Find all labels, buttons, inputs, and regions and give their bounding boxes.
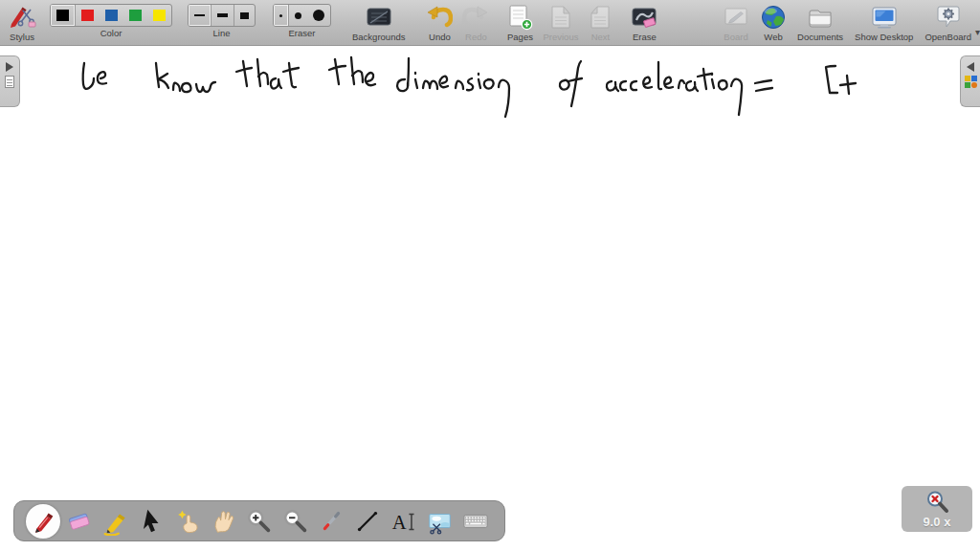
virtual-keyboard-tool-button[interactable] bbox=[458, 504, 493, 539]
interact-tool-button[interactable] bbox=[170, 504, 205, 539]
left-drawer-tab[interactable] bbox=[0, 55, 20, 107]
line-label: Line bbox=[213, 28, 231, 38]
line-icon bbox=[353, 507, 382, 536]
color-label: Color bbox=[100, 28, 122, 38]
stylus-label: Stylus bbox=[10, 32, 34, 42]
tool-dock: A bbox=[13, 500, 505, 541]
documents-label: Documents bbox=[797, 32, 843, 42]
pages-label: Pages bbox=[507, 32, 533, 42]
web-globe-icon bbox=[761, 4, 786, 31]
cursor-arrow-icon bbox=[137, 507, 166, 536]
pen-icon bbox=[29, 507, 57, 536]
eraser-label: Eraser bbox=[289, 28, 316, 38]
previous-page-button[interactable]: Previous bbox=[543, 0, 578, 42]
whiteboard-canvas[interactable] bbox=[0, 46, 980, 551]
zoom-indicator[interactable]: 9.0 x bbox=[902, 486, 972, 532]
expand-left-icon bbox=[967, 62, 974, 72]
line-medium[interactable] bbox=[212, 5, 234, 26]
erase-label: Erase bbox=[633, 32, 657, 42]
eraser-large[interactable] bbox=[307, 5, 330, 26]
line-options-row bbox=[188, 4, 256, 27]
web-button[interactable]: Web bbox=[761, 0, 786, 42]
next-page-icon bbox=[588, 4, 612, 31]
redo-label: Redo bbox=[465, 32, 487, 42]
undo-label: Undo bbox=[429, 32, 451, 42]
svg-text:A: A bbox=[391, 511, 406, 532]
zoom-value: 9.0 x bbox=[924, 516, 951, 528]
openboard-menu-button[interactable]: OpenBoard bbox=[924, 0, 971, 42]
stylus-icon bbox=[8, 4, 36, 31]
capture-icon bbox=[425, 507, 454, 536]
openboard-menu-caret-icon[interactable]: ▾ bbox=[973, 27, 980, 45]
zoom-in-tool-button[interactable] bbox=[242, 504, 277, 539]
color-group: Color bbox=[50, 0, 172, 38]
pages-icon bbox=[506, 4, 533, 31]
board-label: Board bbox=[724, 32, 747, 42]
top-toolbar: Stylus Color Line Eraser bbox=[0, 0, 980, 46]
pages-button[interactable]: Pages bbox=[506, 0, 533, 42]
redo-icon bbox=[462, 4, 489, 31]
documents-folder-icon bbox=[806, 4, 835, 31]
documents-button[interactable]: Documents bbox=[797, 0, 843, 42]
highlighter-tool-button[interactable] bbox=[98, 504, 132, 539]
next-page-label: Next bbox=[591, 32, 611, 42]
selector-tool-button[interactable] bbox=[134, 504, 168, 539]
show-desktop-label: Show Desktop bbox=[855, 32, 913, 42]
color-swatch-black[interactable] bbox=[51, 5, 76, 26]
eraser-medium[interactable] bbox=[289, 5, 307, 26]
zoom-out-icon bbox=[281, 507, 310, 536]
line-group: Line bbox=[188, 0, 256, 38]
erase-button[interactable]: Erase bbox=[630, 0, 658, 42]
text-icon: A bbox=[390, 507, 418, 536]
color-swatch-blue[interactable] bbox=[100, 5, 123, 26]
color-swatch-yellow[interactable] bbox=[147, 5, 171, 26]
stylus-button[interactable]: Stylus bbox=[8, 0, 36, 42]
erase-icon bbox=[630, 4, 658, 31]
backgrounds-icon bbox=[365, 4, 393, 31]
show-desktop-button[interactable]: Show Desktop bbox=[855, 0, 913, 42]
pen-tool-button[interactable] bbox=[26, 504, 60, 539]
zoom-out-tool-button[interactable] bbox=[278, 504, 313, 539]
open-hand-icon bbox=[209, 507, 237, 536]
color-swatch-red[interactable] bbox=[76, 5, 100, 26]
color-swatch-green[interactable] bbox=[123, 5, 147, 26]
keyboard-icon bbox=[461, 507, 490, 536]
openboard-settings-icon bbox=[934, 4, 963, 31]
page-thumbnail-icon bbox=[5, 76, 14, 88]
eraser-group: Eraser bbox=[273, 0, 331, 38]
text-tool-button[interactable]: A bbox=[387, 504, 421, 539]
hand-tool-button[interactable] bbox=[206, 504, 240, 539]
undo-button[interactable]: Undo bbox=[426, 0, 453, 42]
eraser-tool-button[interactable] bbox=[62, 504, 97, 539]
color-swatch-row bbox=[50, 4, 172, 27]
show-desktop-monitor-icon bbox=[870, 4, 899, 31]
laser-pointer-icon bbox=[317, 507, 345, 536]
reset-zoom-icon bbox=[923, 490, 951, 516]
highlighter-icon bbox=[100, 507, 129, 536]
zoom-in-icon bbox=[245, 507, 274, 536]
expand-right-icon bbox=[6, 62, 13, 72]
line-thin[interactable] bbox=[189, 5, 212, 26]
next-page-button[interactable]: Next bbox=[588, 0, 612, 42]
line-tool-button[interactable] bbox=[350, 504, 385, 539]
handwriting-strokes bbox=[0, 46, 980, 551]
eraser-icon bbox=[65, 507, 94, 536]
library-drawer-tab[interactable] bbox=[960, 55, 980, 107]
eraser-small[interactable] bbox=[274, 5, 289, 26]
board-button[interactable]: Board bbox=[723, 0, 749, 42]
capture-tool-button[interactable] bbox=[422, 504, 457, 539]
undo-icon bbox=[426, 4, 453, 31]
library-icon bbox=[965, 76, 977, 88]
previous-page-icon bbox=[548, 4, 573, 31]
redo-button[interactable]: Redo bbox=[462, 0, 489, 42]
board-icon bbox=[723, 4, 749, 31]
openboard-label: OpenBoard bbox=[924, 32, 971, 42]
eraser-options-row bbox=[273, 4, 331, 27]
laser-pointer-tool-button[interactable] bbox=[314, 504, 348, 539]
line-thick[interactable] bbox=[234, 5, 255, 26]
backgrounds-button[interactable]: Backgrounds bbox=[352, 0, 405, 42]
web-label: Web bbox=[764, 32, 782, 42]
pointing-hand-icon bbox=[173, 507, 202, 536]
backgrounds-label: Backgrounds bbox=[352, 32, 405, 42]
previous-page-label: Previous bbox=[543, 32, 578, 42]
